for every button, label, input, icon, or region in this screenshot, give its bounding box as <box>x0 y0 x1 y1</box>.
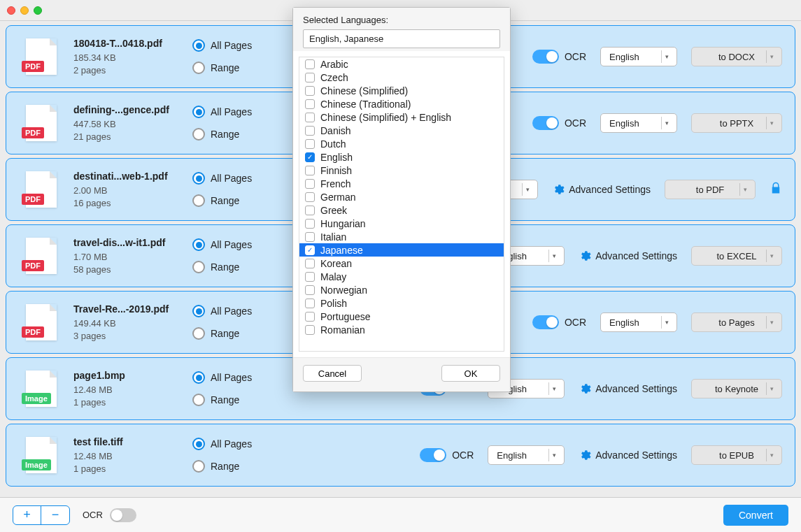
ocr-switch[interactable] <box>532 315 559 329</box>
range-label: Range <box>211 261 239 273</box>
all-pages-radio[interactable]: All Pages <box>192 371 283 384</box>
output-format-value: to EXCEL <box>716 251 756 261</box>
ocr-switch[interactable] <box>532 50 559 64</box>
ocr-language-dropdown[interactable]: English ▾ <box>600 47 677 66</box>
range-radio[interactable]: Range <box>192 460 283 473</box>
checkbox-icon <box>305 179 315 189</box>
checkbox-icon <box>305 285 315 295</box>
range-radio[interactable]: Range <box>192 327 283 340</box>
all-pages-radio[interactable]: All Pages <box>192 438 283 450</box>
ocr-switch[interactable] <box>420 448 446 462</box>
language-option[interactable]: Portuguese <box>299 310 504 323</box>
advanced-settings-button[interactable]: Advanced Settings <box>552 183 651 196</box>
advanced-settings-button[interactable]: Advanced Settings <box>579 449 677 461</box>
checkbox-icon <box>305 299 315 308</box>
language-option[interactable]: Arabic <box>299 57 504 71</box>
range-radio[interactable]: Range <box>192 261 283 273</box>
output-format-dropdown[interactable]: to EPUB ▾ <box>691 445 782 465</box>
all-pages-radio[interactable]: All Pages <box>192 238 283 251</box>
output-format-dropdown[interactable]: to DOCX ▾ <box>691 47 782 66</box>
range-radio[interactable]: Range <box>192 62 283 74</box>
output-format-value: to Pages <box>718 317 754 328</box>
language-list[interactable]: Arabic Czech Chinese (Simplified) Chines… <box>299 57 504 352</box>
file-meta: 180418-T...0418.pdf 185.34 KB 2 pages <box>73 38 192 76</box>
language-option[interactable]: Chinese (Simplified) <box>299 84 504 97</box>
ocr-toggle[interactable]: OCR <box>532 50 586 64</box>
ocr-global-switch[interactable] <box>110 508 136 522</box>
output-format-dropdown[interactable]: to PDF ▾ <box>665 180 756 199</box>
output-format-dropdown[interactable]: to PPTX ▾ <box>691 113 782 133</box>
language-label: Italian <box>320 231 346 243</box>
language-option[interactable]: Dutch <box>299 137 504 150</box>
chevron-down-icon: ▾ <box>548 449 560 461</box>
language-option[interactable]: Hungarian <box>299 217 504 230</box>
checkbox-icon <box>305 73 315 82</box>
language-option[interactable]: Danish <box>299 124 504 137</box>
all-pages-radio[interactable]: All Pages <box>192 172 283 185</box>
language-option[interactable]: Finnish <box>299 164 504 177</box>
language-option[interactable]: Norwegian <box>299 283 504 296</box>
language-option[interactable]: Greek <box>299 203 504 217</box>
ocr-language-dropdown[interactable]: English ▾ <box>488 445 565 465</box>
ocr-language-value: English <box>497 450 527 461</box>
convert-button[interactable]: Convert <box>723 505 788 526</box>
language-option[interactable]: Czech <box>299 71 504 84</box>
ocr-switch[interactable] <box>532 116 559 130</box>
remove-file-button[interactable]: − <box>41 506 69 524</box>
gear-icon <box>552 183 565 196</box>
ocr-language-value: English <box>609 317 639 328</box>
file-pages: 2 pages <box>73 65 192 76</box>
chevron-down-icon: ▾ <box>766 449 777 461</box>
file-name: 180418-T...0418.pdf <box>73 38 192 49</box>
selected-languages-field[interactable]: English, Japanese <box>303 29 500 48</box>
language-option[interactable]: French <box>299 177 504 190</box>
ocr-global-toggle[interactable]: OCR <box>83 508 136 522</box>
radio-icon <box>192 371 205 384</box>
language-label: Malay <box>320 271 346 282</box>
output-format-value: to DOCX <box>718 52 755 62</box>
range-radio[interactable]: Range <box>192 128 283 141</box>
ocr-toggle[interactable]: OCR <box>532 315 586 329</box>
row-right-cluster: OCR English ▾ Advanced Settings to EPUB … <box>420 445 782 465</box>
range-radio[interactable]: Range <box>192 394 283 406</box>
all-pages-radio[interactable]: All Pages <box>192 305 283 317</box>
range-radio[interactable]: Range <box>192 194 283 207</box>
close-window-button[interactable] <box>7 6 15 15</box>
checkbox-icon <box>305 126 315 136</box>
language-label: Finnish <box>320 165 352 176</box>
file-icon: PDF <box>26 238 57 274</box>
ocr-language-dropdown[interactable]: English ▾ <box>600 113 677 133</box>
all-pages-radio[interactable]: All Pages <box>192 106 283 118</box>
language-option[interactable]: Korean <box>299 257 504 270</box>
output-format-dropdown[interactable]: to EXCEL ▾ <box>691 246 782 266</box>
ocr-label: OCR <box>565 51 586 62</box>
chevron-down-icon: ▾ <box>661 316 672 329</box>
output-format-dropdown[interactable]: to Keynote ▾ <box>691 379 782 398</box>
language-option[interactable]: Chinese (Simplified) + English <box>299 110 504 124</box>
minimize-window-button[interactable] <box>20 6 29 15</box>
ocr-toggle[interactable]: OCR <box>532 116 586 130</box>
language-label: German <box>320 192 356 203</box>
language-option[interactable]: English <box>299 150 504 164</box>
ocr-language-dropdown[interactable]: English ▾ <box>600 312 677 332</box>
maximize-window-button[interactable] <box>34 6 42 15</box>
language-label: Polish <box>320 298 347 309</box>
file-name: page1.bmp <box>73 370 192 381</box>
output-format-dropdown[interactable]: to Pages ▾ <box>691 312 782 332</box>
cancel-button[interactable]: Cancel <box>303 365 362 382</box>
language-option[interactable]: Romanian <box>299 323 504 336</box>
language-option[interactable]: Polish <box>299 296 504 310</box>
ocr-toggle[interactable]: OCR <box>420 448 474 462</box>
gear-icon <box>579 449 591 461</box>
ok-button[interactable]: OK <box>441 365 500 382</box>
advanced-settings-button[interactable]: Advanced Settings <box>579 250 677 262</box>
language-option[interactable]: Chinese (Traditional) <box>299 97 504 110</box>
language-option[interactable]: Japanese <box>299 243 504 257</box>
add-file-button[interactable]: + <box>13 506 41 524</box>
language-option[interactable]: German <box>299 190 504 203</box>
language-option[interactable]: Malay <box>299 270 504 283</box>
advanced-settings-button[interactable]: Advanced Settings <box>579 382 677 395</box>
all-pages-radio[interactable]: All Pages <box>192 39 283 52</box>
language-option[interactable]: Italian <box>299 230 504 243</box>
file-row[interactable]: Image test file.tiff 12.48 MB 1 pages Al… <box>6 424 795 487</box>
